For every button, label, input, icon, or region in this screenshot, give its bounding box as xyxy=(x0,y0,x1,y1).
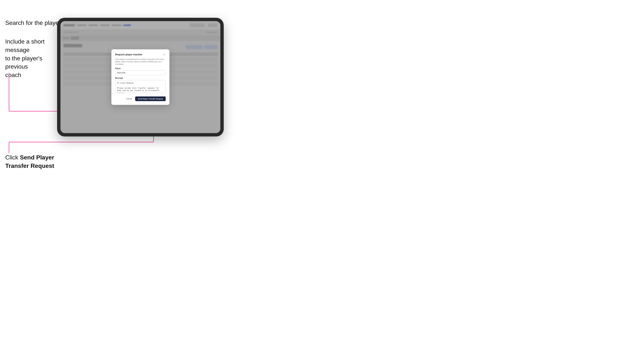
annotation-message: Include a short message to the player's … xyxy=(5,37,58,79)
tablet-device: Request player transfer × If the player … xyxy=(57,18,224,137)
tablet-screen: Request player transfer × If the player … xyxy=(60,21,220,133)
transfer-modal: Request player transfer × If the player … xyxy=(112,49,170,105)
annotation-search: Search for the player. xyxy=(5,19,62,27)
annotation-click: Click Send Player Transfer Request xyxy=(5,153,62,170)
player-input[interactable] xyxy=(115,70,166,75)
modal-title: Request player transfer xyxy=(115,53,142,56)
modal-footer: Cancel Send Player Transfer Request xyxy=(115,96,166,101)
modal-overlay: Request player transfer × If the player … xyxy=(60,21,220,133)
modal-description: If the player is transferring from anoth… xyxy=(115,58,166,65)
player-label: Player xyxy=(115,67,166,70)
send-transfer-button[interactable]: Send Player Transfer Request xyxy=(135,96,166,101)
modal-header: Request player transfer × xyxy=(115,53,166,56)
cancel-button[interactable]: Cancel xyxy=(124,97,133,101)
close-icon[interactable]: × xyxy=(163,53,166,56)
message-textarea[interactable]: Hi Coach McHarg, Please accept this tran… xyxy=(115,80,166,93)
message-label: Message xyxy=(115,77,166,79)
